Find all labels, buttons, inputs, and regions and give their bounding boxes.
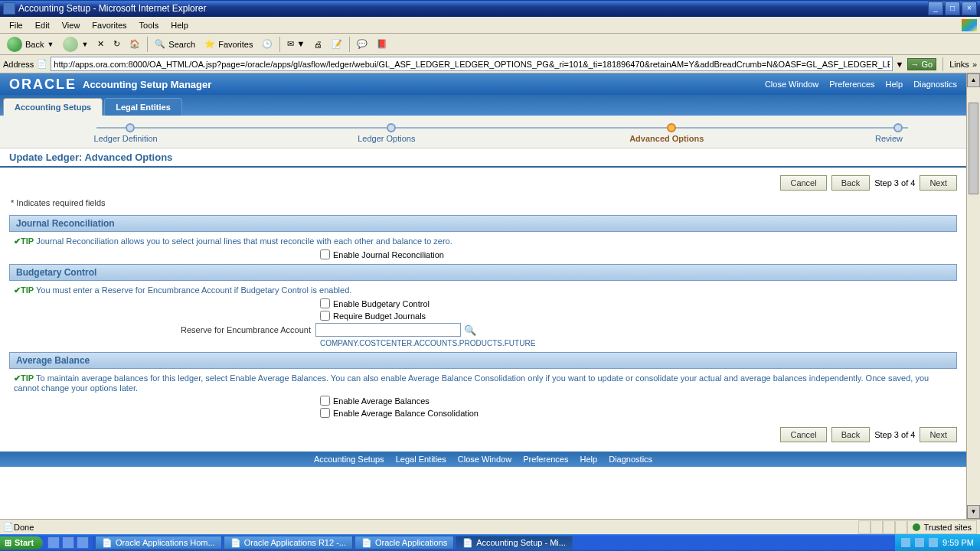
address-dropdown-icon[interactable]: ▼ [896,60,904,69]
go-button[interactable]: → Go [907,58,937,70]
window-title: Accounting Setup - Microsoft Internet Ex… [18,3,928,14]
minimize-button[interactable]: _ [928,2,943,15]
mail-button[interactable]: ✉ ▼ [283,37,309,51]
home-button[interactable]: 🏠 [126,37,144,51]
discuss-button[interactable]: 💬 [353,37,371,51]
address-bar: Address 📄 ▼ → Go Links » [0,55,980,73]
menu-bar: File Edit View Favorites Tools Help [0,17,980,34]
back-arrow-icon [7,37,22,52]
address-input[interactable] [51,57,892,71]
stop-button[interactable]: ✕ [93,37,108,51]
refresh-button[interactable]: ↻ [109,37,124,51]
menu-edit[interactable]: Edit [29,18,56,32]
maximize-button[interactable]: □ [945,2,960,15]
menu-favorites[interactable]: Favorites [86,18,132,32]
menu-help[interactable]: Help [165,18,194,32]
ie-icon [3,2,15,15]
address-label: Address [3,60,34,69]
chevron-down-icon: ▼ [81,41,88,48]
chevron-down-icon: ▼ [47,41,54,48]
favorites-button[interactable]: ⭐ Favorites [201,37,256,51]
page-icon: 📄 [37,59,47,69]
window-titlebar: Accounting Setup - Microsoft Internet Ex… [0,0,980,17]
windows-flag-icon [962,19,977,31]
menu-tools[interactable]: Tools [133,18,165,32]
edit-button[interactable]: 📝 [328,37,346,51]
nav-toolbar: Back ▼ ▼ ✕ ↻ 🏠 🔍 Search ⭐ Favorites 🕒 ✉ … [0,34,980,55]
research-button[interactable]: 📕 [373,37,391,51]
menu-file[interactable]: File [3,18,29,32]
forward-arrow-icon [63,37,78,52]
links-label[interactable]: Links [949,60,969,69]
close-button[interactable]: × [962,2,977,15]
menu-view[interactable]: View [56,18,87,32]
back-button[interactable]: Back ▼ [3,34,57,54]
print-button[interactable]: 🖨 [310,37,326,51]
search-button[interactable]: 🔍 Search [151,37,199,51]
history-button[interactable]: 🕒 [258,37,276,51]
forward-button[interactable]: ▼ [59,34,92,54]
